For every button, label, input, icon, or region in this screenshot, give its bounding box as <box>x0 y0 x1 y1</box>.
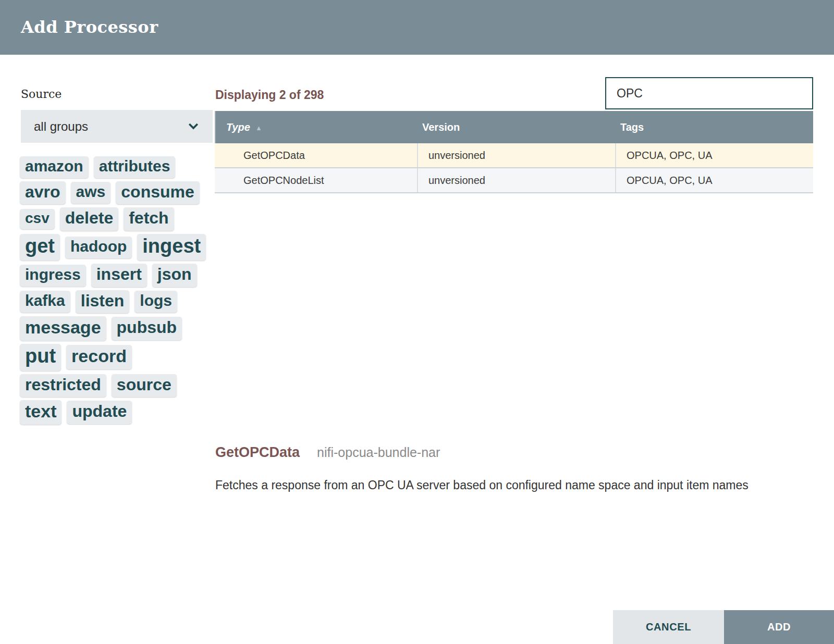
cancel-button[interactable]: CANCEL <box>613 610 724 644</box>
tag-filter-chip[interactable]: json <box>152 264 197 287</box>
tag-filter-chip[interactable]: put <box>20 344 61 371</box>
tag-filter-chip[interactable]: insert <box>91 264 147 287</box>
tag-filter-chip[interactable]: aws <box>71 182 111 204</box>
tag-filter-chip[interactable]: fetch <box>124 207 174 230</box>
tag-cloud: amazonattributesavroawsconsumecsvdeletef… <box>20 156 218 428</box>
column-header-version[interactable]: Version <box>418 121 616 133</box>
chevron-down-icon <box>185 118 202 135</box>
cell-version: unversioned <box>417 143 615 167</box>
tag-filter-chip[interactable]: message <box>20 316 106 341</box>
selected-processor-name: GetOPCData <box>215 444 300 460</box>
processor-table-body: GetOPCData unversioned OPCUA, OPC, UA Ge… <box>215 143 813 193</box>
cell-tags: OPCUA, OPC, UA <box>615 143 813 167</box>
tag-filter-chip[interactable]: consume <box>116 181 199 204</box>
add-processor-dialog: Add Processor Source all groups amazonat… <box>0 0 834 644</box>
sort-ascending-icon: ▲ <box>255 122 262 132</box>
tag-filter-chip[interactable]: avro <box>20 181 66 204</box>
cell-version: unversioned <box>417 168 615 192</box>
processor-table: Type ▲ Version Tags GetOPCData unversion… <box>215 111 813 193</box>
tag-filter-chip[interactable]: text <box>20 400 62 425</box>
tag-filter-chip[interactable]: source <box>112 374 177 397</box>
cell-tags: OPCUA, OPC, UA <box>615 168 813 192</box>
tag-filter-chip[interactable]: update <box>67 401 132 424</box>
column-label-tags: Tags <box>620 121 644 133</box>
tag-filter-chip[interactable]: get <box>20 234 60 261</box>
source-group-select[interactable]: all groups <box>21 110 213 143</box>
results-summary: Displaying 2 of 298 <box>215 88 324 102</box>
tag-filter-chip[interactable]: pubsub <box>112 317 182 340</box>
column-header-tags[interactable]: Tags <box>616 121 813 133</box>
add-button[interactable]: ADD <box>724 610 834 644</box>
column-header-type[interactable]: Type ▲ <box>216 121 418 133</box>
tag-filter-chip[interactable]: record <box>66 345 132 369</box>
column-label-version: Version <box>422 121 460 133</box>
tag-filter-chip[interactable]: ingress <box>20 265 86 287</box>
tag-filter-chip[interactable]: listen <box>76 290 130 313</box>
tag-filter-chip[interactable]: ingest <box>137 234 206 261</box>
tag-filter-chip[interactable]: restricted <box>20 374 106 397</box>
tag-filter-chip[interactable]: kafka <box>20 291 70 313</box>
tag-filter-chip[interactable]: delete <box>60 207 118 230</box>
processor-row[interactable]: GetOPCData unversioned OPCUA, OPC, UA <box>215 143 813 168</box>
tag-filter-chip[interactable]: attributes <box>94 156 176 178</box>
dialog-title: Add Processor <box>0 0 834 55</box>
dialog-titlebar: Add Processor <box>0 0 834 55</box>
cell-type: GetOPCNodeList <box>215 168 417 192</box>
tag-filter-chip[interactable]: hadoop <box>65 237 132 258</box>
tag-filter-chip[interactable]: amazon <box>20 156 89 178</box>
selected-processor-details: GetOPCDatanifi-opcua-bundle-nar <box>215 444 440 461</box>
selected-processor-description: Fetches a response from an OPC UA server… <box>215 476 768 494</box>
tag-filter-chip[interactable]: csv <box>20 209 55 230</box>
column-label-type: Type <box>226 121 250 133</box>
selected-processor-bundle: nifi-opcua-bundle-nar <box>317 445 440 460</box>
processor-row[interactable]: GetOPCNodeList unversioned OPCUA, OPC, U… <box>215 168 813 193</box>
filter-input[interactable] <box>605 77 813 109</box>
source-label: Source <box>21 88 62 101</box>
cell-type: GetOPCData <box>215 143 417 167</box>
processor-table-header: Type ▲ Version Tags <box>215 111 813 143</box>
source-group-value: all groups <box>34 119 185 134</box>
tag-filter-chip[interactable]: logs <box>134 291 177 313</box>
